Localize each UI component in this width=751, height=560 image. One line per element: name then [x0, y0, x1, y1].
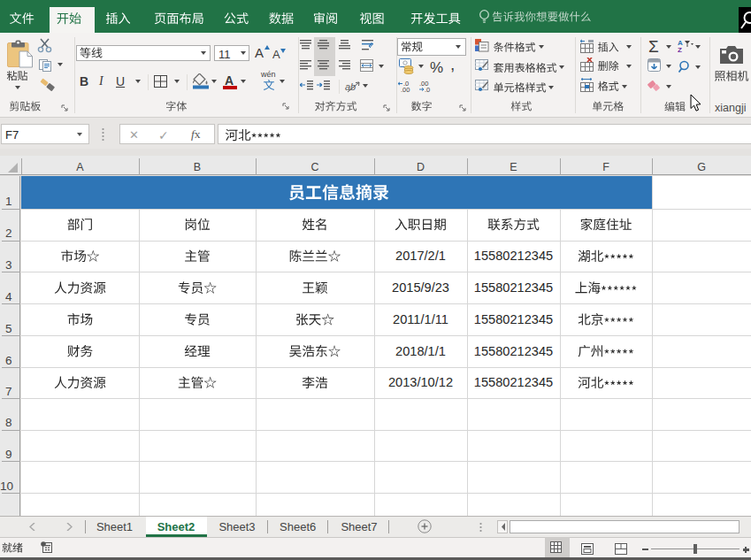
svg-text:.0: .0 [425, 86, 430, 92]
svg-text:Z: Z [678, 46, 682, 53]
svg-text:.00: .00 [401, 86, 410, 92]
